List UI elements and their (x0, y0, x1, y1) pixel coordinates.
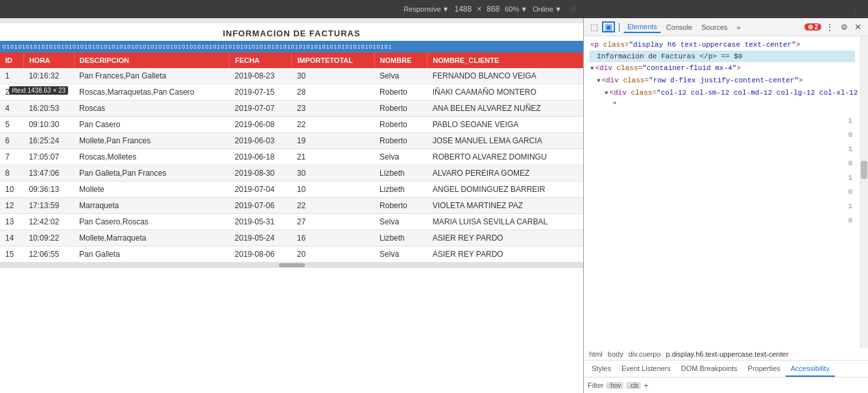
table-cell: ALVARO PEREIRA GOMEZ (428, 165, 583, 182)
table-cell: 16 (292, 230, 374, 246)
tab-more[interactable]: » (733, 22, 745, 32)
breadcrumb-html[interactable]: html (589, 350, 603, 358)
tree-line-2[interactable]: Informacion de Facturas </p> == $0 (589, 51, 855, 62)
table-cell: ANA BELEN ALVAREZ NUÑEZ (428, 101, 583, 117)
table-cell: Roberto (374, 84, 428, 101)
devtools-area: <p class="display h6 text-uppercase text… (584, 36, 868, 348)
table-cell: 2019-08-06 (230, 246, 292, 263)
table-cell: IÑAKI CAAMAÑO MONTERO (428, 84, 583, 101)
inspect-icon[interactable]: ⬚ (588, 23, 601, 31)
tree-line-1[interactable]: <p class="display h6 text-uppercase text… (589, 39, 855, 51)
table-cell: Roscas (74, 101, 230, 117)
tab-styles[interactable]: Styles (586, 361, 616, 377)
filter-plus[interactable]: + (644, 381, 649, 390)
table-cell: 7 (0, 149, 23, 165)
table-cell: Pan Frances,Pan Galleta (74, 68, 230, 84)
tree-line-3[interactable]: ▼<div class="container-fluid mx-4"> (589, 62, 855, 75)
table-cell: MARIA LUISA SEVILLA CARBAL (428, 214, 583, 230)
tab-accessibility[interactable]: Accessibility (786, 361, 835, 377)
table-cell: Roberto (374, 198, 428, 214)
table-row[interactable]: 110:16:32Pan Frances,Pan Galleta2019-08-… (0, 68, 583, 84)
tree-line-4[interactable]: ▼<div class="row d-flex justify-content-… (589, 75, 855, 87)
breadcrumb-p[interactable]: p.display.h6.text-uppercase.text-center (666, 350, 789, 358)
online-btn[interactable]: Online ▼ (533, 5, 562, 13)
toolbar-center: Responsive ▼ 1488 × 868 60% ▼ Online ▼ ⊘ (404, 5, 580, 14)
tab-properties[interactable]: Properties (743, 361, 786, 377)
table-cell: 10 (0, 182, 23, 198)
col-cliente: NOMBRE_CLIENTE (428, 53, 583, 68)
filter-cls[interactable]: .cls (626, 382, 641, 389)
table-row[interactable]: 509:10:30Pan Casero2019-06-0822RobertoPA… (0, 117, 583, 133)
table-row[interactable]: 416:20:53Roscas2019-07-0723RobertoANA BE… (0, 101, 583, 117)
table-cell: VIOLETA MARTINEZ PAZ (428, 198, 583, 214)
table-cell: 13:47:06 (23, 165, 74, 182)
pattern-row: 0101010101010101010101010101010101010101… (0, 41, 583, 53)
devtools-more-btn[interactable]: ⋮ (823, 23, 837, 32)
devtools-close-btn[interactable]: ✕ (852, 23, 864, 31)
table-body: 110:16:32Pan Frances,Pan Galleta2019-08-… (0, 68, 583, 263)
filter-bar: Filter :hov .cls + (584, 377, 868, 393)
nav-strip (0, 18, 583, 23)
tree-scrollbar[interactable] (860, 36, 868, 348)
table-cell: 1 (0, 68, 23, 84)
table-cell: 28 (292, 84, 374, 101)
table-cell: ASIER REY PARDO (428, 246, 583, 263)
table-cell: 19 (292, 133, 374, 149)
col-importe: IMPORTETOTAL (292, 53, 374, 68)
filter-hov[interactable]: :hov (606, 382, 623, 389)
tab-event-listeners[interactable]: Event Listeners (616, 361, 676, 377)
table-cell: 2019-05-24 (230, 230, 292, 246)
zoom-btn[interactable]: 60% ▼ (505, 5, 527, 13)
table-cell: 10:16:32 (23, 68, 74, 84)
table-cell: 6 (0, 133, 23, 149)
table-cell: 14 (0, 230, 23, 246)
table-row[interactable]: 616:25:24Mollete,Pan Frances2019-06-0319… (0, 133, 583, 149)
device-icon[interactable]: ▣ (602, 21, 615, 32)
error-badge: ⊗ 2 (804, 23, 821, 30)
right-numbers: 1 0 1 0 1 0 1 0 (848, 113, 855, 228)
breadcrumb-div-cuerpo[interactable]: div.cuerpo (629, 350, 661, 358)
responsive-btn[interactable]: Responsive ▼ (404, 5, 449, 13)
table-cell: 12 (0, 198, 23, 214)
scroll-hint[interactable] (0, 263, 583, 268)
tab-console[interactable]: Console (662, 22, 696, 32)
table-row[interactable]: 208:23:12Roscas,Marraquetas,Pan Casero20… (0, 84, 583, 101)
table-row[interactable]: 1312:42:02Pan Casero,Roscas2019-05-3127S… (0, 214, 583, 230)
table-row[interactable]: 1410:09:22Mollete,Marraqueta2019-05-2416… (0, 230, 583, 246)
table-row[interactable]: 1009:36:13Mollete2019-07-0410LizbethANGE… (0, 182, 583, 198)
tab-elements[interactable]: Elements (623, 21, 661, 33)
more-options-btn[interactable]: ⋮ (849, 5, 863, 14)
responsive-label: Responsive (404, 5, 440, 13)
table-cell: 21 (292, 149, 374, 165)
throttle-icon[interactable]: ⊘ (567, 5, 580, 14)
table-cell: 16:25:24 (23, 133, 74, 149)
devtools-topbar: ⬚ ▣ Elements Console Sources » ⊗ 2 ⋮ ⚙ ✕ (584, 18, 868, 36)
table-row[interactable]: 717:05:07Roscas,Molletes2019-06-1821Selv… (0, 149, 583, 165)
table-cell: 8 (0, 165, 23, 182)
table-cell: 2019-07-04 (230, 182, 292, 198)
col-hora: HORA (23, 53, 74, 68)
tree-line-5[interactable]: ▼<div class="col-12 col-sm-12 col-md-12 … (589, 87, 855, 99)
tab-sources[interactable]: Sources (697, 22, 731, 32)
breadcrumb-body[interactable]: body (608, 350, 623, 358)
col-id: ID (0, 53, 23, 68)
page-content[interactable]: #text 1438.63 × 23 INFORMACION DE FACTUR… (0, 23, 583, 393)
responsive-dropdown-icon: ▼ (442, 5, 450, 13)
table-cell: ANGEL DOMINGUEZ BARREIR (428, 182, 583, 198)
table-row[interactable]: 1217:13:59Marraqueta2019-07-0622RobertoV… (0, 198, 583, 214)
html-tree[interactable]: <p class="display h6 text-uppercase text… (584, 36, 868, 348)
table-cell: 2019-06-03 (230, 133, 292, 149)
table-cell: 10:09:22 (23, 230, 74, 246)
scrollbar-thumb (861, 161, 867, 179)
tab-dom-breakpoints[interactable]: DOM Breakpoints (676, 361, 743, 377)
table-cell: Pan Galleta,Pan Frances (74, 165, 230, 182)
table-cell: Mollete,Marraqueta (74, 230, 230, 246)
devtools-settings-btn[interactable]: ⚙ (838, 23, 850, 31)
table-cell: Selva (374, 214, 428, 230)
tree-line-6[interactable]: " (589, 99, 855, 111)
table-cell: Mollete,Pan Frances (74, 133, 230, 149)
table-row[interactable]: 813:47:06Pan Galleta,Pan Frances2019-08-… (0, 165, 583, 182)
table-cell: 17:05:07 (23, 149, 74, 165)
table-row[interactable]: 1512:06:55Pan Galleta2019-08-0620SelvaAS… (0, 246, 583, 263)
table-cell: 2019-07-07 (230, 101, 292, 117)
